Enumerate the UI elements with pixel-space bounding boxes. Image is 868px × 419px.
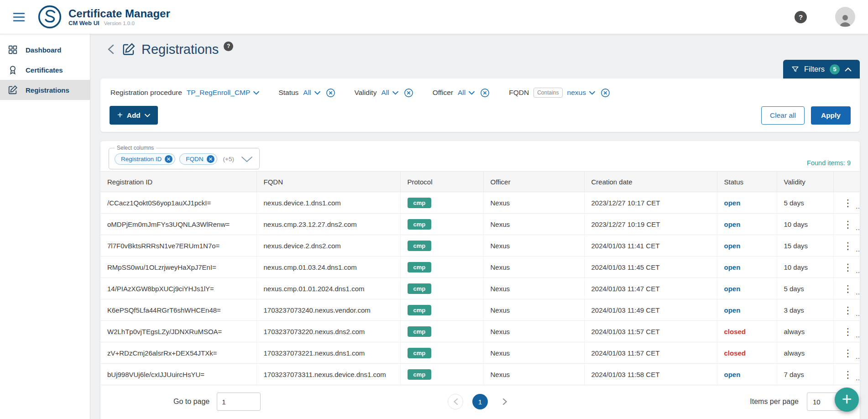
menu-icon[interactable]: [11, 9, 27, 25]
cell-actions: ⋮: [833, 235, 860, 257]
table-row[interactable]: /CCacz1Qokt0S6yop1auXJ1pckI= nexus.devic…: [100, 192, 860, 214]
protocol-badge: cmp: [408, 283, 432, 294]
filter-value-dropdown[interactable]: All: [303, 89, 320, 97]
filter-value-dropdown[interactable]: nexus: [567, 89, 595, 97]
chip-label: Registration ID: [121, 156, 162, 162]
avatar[interactable]: [835, 7, 855, 27]
cell-validity: 10 days: [777, 214, 833, 235]
remove-chip-icon[interactable]: [207, 155, 214, 163]
filter-value: All: [303, 89, 311, 97]
status-badge: closed: [717, 321, 777, 342]
column-header-protocol: Protocol: [400, 172, 483, 192]
go-to-page-label: Go to page: [173, 398, 209, 406]
filter-funnel-icon: [791, 65, 799, 73]
more-columns-count: (+5): [223, 156, 234, 162]
filters-count-badge: 5: [830, 64, 840, 74]
row-actions-kebab-icon[interactable]: ⋮: [841, 198, 856, 208]
cell-officer: Nexus: [483, 364, 584, 385]
column-header-status: Status: [717, 172, 777, 192]
filter-value: All: [381, 89, 389, 97]
protocol-badge: cmp: [408, 198, 432, 208]
apply-button[interactable]: Apply: [811, 106, 851, 125]
table-row[interactable]: W2LhTp0vjTEgsLZy/JDNXRuMSOA= 17032370732…: [100, 321, 860, 342]
row-actions-kebab-icon[interactable]: ⋮: [841, 305, 856, 315]
clear-filter-icon[interactable]: [326, 88, 335, 98]
cell-validity: 3 days: [777, 299, 833, 321]
app-title: Certificate Manager: [68, 7, 170, 20]
table-row[interactable]: 7l7F0vBktsRRRsN1ve7ERUm1N7o= nexus.devic…: [100, 235, 860, 257]
found-items-count: Found items: 9: [807, 159, 852, 169]
clear-filter-icon[interactable]: [404, 88, 413, 98]
help-icon[interactable]: ?: [795, 11, 807, 23]
column-header-actions: [833, 172, 860, 192]
filters-toggle-button[interactable]: Filters 5: [783, 60, 860, 79]
select-columns-legend: Select columns: [115, 145, 156, 151]
status-badge: open: [717, 235, 777, 257]
sidebar: Dashboard Certificates Registrations: [0, 34, 90, 419]
sidebar-item-registrations[interactable]: Registrations: [0, 80, 90, 100]
table-row[interactable]: bUj998VUj6le/cxIJJUuircHsYU= 17032370733…: [100, 364, 860, 385]
filter-value-dropdown[interactable]: All: [381, 89, 398, 97]
cell-registration-id: zV+RDzCmj26alsrRx+DEX54JTXk=: [100, 342, 256, 364]
cell-creation-date: 2024/01/03 11:41 CET: [584, 235, 717, 257]
row-actions-kebab-icon[interactable]: ⋮: [841, 370, 856, 379]
filter-label: Officer: [433, 89, 453, 97]
cell-creation-date: 2023/12/27 10:19 CET: [584, 214, 717, 235]
column-chip-fqdn[interactable]: FQDN: [179, 153, 217, 165]
column-chip-registration-id[interactable]: Registration ID: [115, 153, 175, 165]
filter-operator-chip: Contains: [533, 88, 562, 98]
cell-validity: 5 days: [777, 192, 833, 214]
row-actions-kebab-icon[interactable]: ⋮: [841, 348, 856, 358]
table-row[interactable]: K6ePSQf5Lfa44RGrT6shWHCEn48= 17032370732…: [100, 299, 860, 321]
protocol-badge: cmp: [408, 241, 432, 251]
row-actions-kebab-icon[interactable]: ⋮: [841, 327, 856, 336]
table-row[interactable]: zV+RDzCmj26alsrRx+DEX54JTXk= 17032370732…: [100, 342, 860, 364]
cell-validity: 15 days: [777, 235, 833, 257]
clear-all-button[interactable]: Clear all: [761, 106, 805, 125]
row-actions-kebab-icon[interactable]: ⋮: [841, 220, 856, 229]
cell-registration-id: bUj998VUj6le/cxIJJUuircHsYU=: [100, 364, 256, 385]
current-page-button[interactable]: 1: [472, 394, 488, 409]
filter-officer: Officer All: [433, 88, 490, 98]
cell-protocol: cmp: [400, 278, 483, 299]
cell-registration-id: RMpSS0wu/1OLzrjweyHaXpJ7EnI=: [100, 257, 256, 278]
filters-section: Filters 5 Registration procedure TP_RegE…: [100, 60, 860, 132]
row-actions-kebab-icon[interactable]: ⋮: [841, 241, 856, 251]
row-actions-kebab-icon[interactable]: ⋮: [841, 284, 856, 293]
sidebar-item-certificates[interactable]: Certificates: [0, 60, 90, 80]
filters-label: Filters: [804, 65, 825, 73]
cell-creation-date: 2024/01/03 11:57 CET: [584, 342, 717, 364]
page-help-icon[interactable]: ?: [224, 42, 233, 51]
cell-fqdn: nexus.cmp.23.12.27.dns2.com: [256, 214, 400, 235]
cell-validity: 10 days: [777, 257, 833, 278]
previous-page-icon[interactable]: [448, 394, 463, 409]
cell-fqdn: nexus.cmp.01.03.24.dns1.com: [256, 257, 400, 278]
status-badge: open: [717, 257, 777, 278]
items-per-page-value: 10: [813, 398, 821, 406]
table-row[interactable]: oMDPjEm0mJmFYs3UQNLA3WlRenw= nexus.cmp.2…: [100, 214, 860, 235]
table-row[interactable]: RMpSS0wu/1OLzrjweyHaXpJ7EnI= nexus.cmp.0…: [100, 257, 860, 278]
add-button[interactable]: + Add: [110, 106, 158, 125]
cell-officer: Nexus: [483, 235, 584, 257]
sidebar-item-dashboard[interactable]: Dashboard: [0, 40, 90, 60]
clear-filter-icon[interactable]: [601, 88, 610, 98]
row-actions-kebab-icon[interactable]: ⋮: [841, 262, 856, 272]
column-header-creation-date: Creation date: [584, 172, 717, 192]
cell-registration-id: K6ePSQf5Lfa44RGrT6shWHCEn48=: [100, 299, 256, 321]
table-footer: Go to page 1 Items per page 10: [100, 386, 860, 419]
table-row[interactable]: 14/PIAzXGW8bpXUCj9ciYHJs1lY= nexus.cmp.0…: [100, 278, 860, 299]
select-columns-control[interactable]: Select columns Registration ID FQDN (+5): [109, 145, 260, 169]
chevron-down-icon[interactable]: [240, 156, 254, 162]
remove-chip-icon[interactable]: [165, 155, 173, 163]
clear-filter-icon[interactable]: [480, 88, 490, 98]
next-page-icon[interactable]: [497, 394, 512, 409]
filter-value-dropdown[interactable]: TP_RegEnroll_CMP: [187, 89, 260, 97]
cell-fqdn: 1703237073311.nexus.device.dns1.com: [256, 364, 400, 385]
filter-value-dropdown[interactable]: All: [458, 89, 475, 97]
go-to-page-input[interactable]: [217, 393, 261, 411]
cell-creation-date: 2024/01/03 11:57 CET: [584, 321, 717, 342]
plus-icon: +: [117, 110, 123, 120]
add-registration-fab[interactable]: +: [835, 388, 859, 412]
cell-validity: always: [777, 342, 833, 364]
back-chevron-icon[interactable]: [107, 44, 116, 55]
